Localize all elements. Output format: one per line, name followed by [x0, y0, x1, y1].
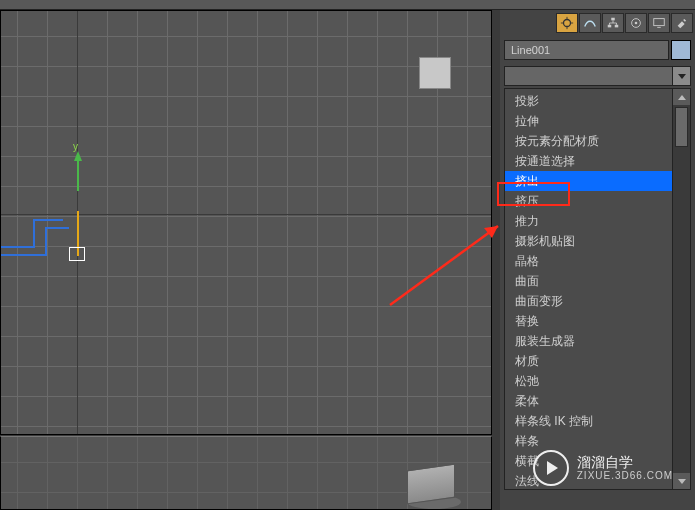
modifier-option[interactable]: 投影: [505, 91, 672, 111]
modifier-option[interactable]: 挤压: [505, 191, 672, 211]
modifier-option[interactable]: 曲面变形: [505, 291, 672, 311]
dropdown-arrow-icon[interactable]: [672, 67, 690, 85]
tab-motion[interactable]: [625, 13, 647, 33]
modifier-dropdown[interactable]: [504, 66, 691, 86]
modifier-option[interactable]: 法线: [505, 471, 672, 490]
tab-modify[interactable]: [579, 13, 601, 33]
svg-point-0: [564, 20, 571, 27]
modifier-option[interactable]: 柔体: [505, 391, 672, 411]
viewcube-bottom[interactable]: [407, 467, 461, 510]
panel-tabs: [500, 10, 695, 36]
svg-rect-6: [654, 19, 665, 26]
modifier-option[interactable]: 样条: [505, 431, 672, 451]
menu-bar-stub: [0, 0, 695, 10]
command-panel: 投影拉伸按元素分配材质按通道选择挤出挤压推力摄影机贴图晶格曲面曲面变形替换服装生…: [500, 10, 695, 510]
modifier-option[interactable]: 晶格: [505, 251, 672, 271]
svg-rect-2: [608, 25, 612, 28]
modifier-option[interactable]: 拉伸: [505, 111, 672, 131]
modifier-option[interactable]: 按通道选择: [505, 151, 672, 171]
modifier-option[interactable]: 材质: [505, 351, 672, 371]
modifier-option[interactable]: 曲面: [505, 271, 672, 291]
svg-rect-1: [611, 18, 615, 21]
modifier-option[interactable]: 横截: [505, 451, 672, 471]
viewport-top[interactable]: y: [0, 10, 492, 435]
scroll-thumb[interactable]: [675, 107, 688, 147]
modifier-option[interactable]: 推力: [505, 211, 672, 231]
tab-hierarchy[interactable]: [602, 13, 624, 33]
modifier-option[interactable]: 按元素分配材质: [505, 131, 672, 151]
dropdown-scrollbar[interactable]: [672, 89, 690, 489]
modifier-option[interactable]: 服装生成器: [505, 331, 672, 351]
svg-point-5: [635, 22, 638, 25]
modifier-option[interactable]: 挤出: [505, 171, 672, 191]
object-name-input[interactable]: [504, 40, 669, 60]
tab-display[interactable]: [648, 13, 670, 33]
object-color-swatch[interactable]: [671, 40, 691, 60]
viewport-bottom[interactable]: [0, 436, 492, 510]
modifier-dropdown-list: 投影拉伸按元素分配材质按通道选择挤出挤压推力摄影机贴图晶格曲面曲面变形替换服装生…: [504, 88, 691, 490]
modifier-option[interactable]: 摄影机贴图: [505, 231, 672, 251]
modifier-option[interactable]: 替换: [505, 311, 672, 331]
modifier-option[interactable]: 松弛: [505, 371, 672, 391]
modifier-option[interactable]: 样条线 IK 控制: [505, 411, 672, 431]
viewcube[interactable]: [411, 49, 459, 97]
tab-utilities[interactable]: [671, 13, 693, 33]
svg-rect-3: [615, 25, 619, 28]
scroll-down-icon[interactable]: [673, 473, 690, 489]
tab-create[interactable]: [556, 13, 578, 33]
scroll-up-icon[interactable]: [673, 89, 690, 105]
gizmo-y-axis[interactable]: [74, 151, 82, 191]
selection-cursor-icon: [69, 247, 85, 261]
